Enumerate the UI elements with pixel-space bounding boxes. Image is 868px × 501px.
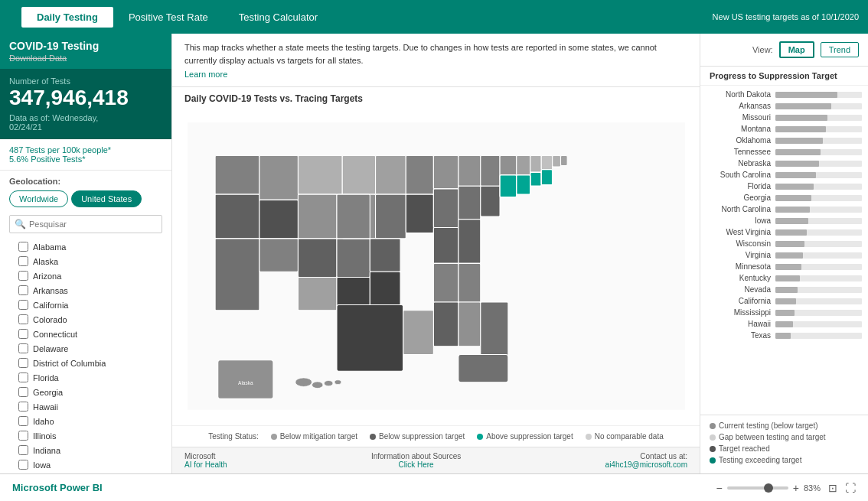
svg-rect-2	[215, 194, 259, 239]
progress-state-name: Iowa	[706, 216, 775, 225]
state-checkbox[interactable]	[18, 314, 28, 324]
state-item[interactable]: Arkansas	[18, 283, 153, 298]
progress-item: Kentucky	[700, 272, 868, 284]
progress-bar-wrap	[775, 333, 862, 339]
progress-legend-item: Gap between testing and target	[710, 433, 859, 441]
footer-center-link[interactable]: Click Here	[399, 460, 434, 469]
state-checkbox[interactable]	[18, 387, 28, 397]
geo-worldwide[interactable]: Worldwide	[9, 190, 68, 207]
svg-rect-47	[337, 305, 403, 372]
state-list: AlabamaAlaskaArizonaArkansasCaliforniaCo…	[9, 239, 162, 473]
footer-right: Contact us at: ai4hc19@microsoft.com	[605, 452, 687, 469]
svg-rect-1	[215, 156, 259, 195]
progress-bar	[775, 103, 831, 109]
fit-screen-button[interactable]: ⊡	[828, 482, 837, 494]
sidebar-download[interactable]: Download Data	[9, 54, 162, 63]
sidebar-stats: Number of Tests 347,946,418 Data as of: …	[0, 69, 171, 139]
svg-rect-30	[458, 220, 480, 264]
progress-state-name: Mississippi	[706, 308, 775, 317]
state-checkbox[interactable]	[18, 242, 28, 252]
state-item[interactable]: Georgia	[18, 385, 153, 399]
state-item[interactable]: District of Columbia	[18, 356, 153, 370]
svg-rect-24	[433, 227, 458, 263]
progress-bar-wrap	[775, 195, 862, 201]
svg-text:Alaska: Alaska	[238, 380, 253, 386]
state-item[interactable]: Indiana	[18, 443, 153, 457]
state-item[interactable]: Connecticut	[18, 327, 153, 341]
progress-item: Montana	[700, 123, 868, 135]
state-checkbox[interactable]	[18, 445, 28, 455]
learn-more-link[interactable]: Learn more	[184, 70, 687, 79]
state-checkbox[interactable]	[18, 431, 28, 441]
progress-state-name: Florida	[706, 182, 775, 190]
search-input[interactable]	[29, 220, 157, 229]
state-checkbox[interactable]	[18, 285, 28, 295]
zoom-out-button[interactable]: −	[716, 482, 723, 494]
footer-email[interactable]: ai4hc19@microsoft.com	[605, 460, 687, 469]
progress-list: North Dakota Arkansas Missouri Montana O…	[700, 86, 868, 415]
powerbi-link[interactable]: Microsoft Power BI	[12, 482, 103, 493]
footer-link[interactable]: AI for Health	[184, 460, 227, 469]
progress-item: Texas	[700, 330, 868, 341]
state-item[interactable]: Illinois	[18, 428, 153, 443]
state-checkbox[interactable]	[18, 256, 28, 266]
svg-rect-27	[403, 311, 433, 355]
progress-legend-item: Current testing (below target)	[710, 421, 859, 430]
progress-bar-wrap	[775, 241, 862, 247]
state-item[interactable]: Alabama	[18, 239, 153, 254]
svg-rect-10	[298, 277, 337, 310]
zoom-slider[interactable]	[727, 486, 788, 490]
view-trend-button[interactable]: Trend	[821, 42, 859, 57]
state-checkbox[interactable]	[18, 460, 28, 470]
progress-bar-wrap	[775, 310, 862, 316]
header-tabs: Daily Testing Positive Test Rate Testing…	[21, 7, 333, 28]
tab-daily-testing[interactable]: Daily Testing	[21, 7, 113, 28]
state-checkbox[interactable]	[18, 271, 28, 281]
tab-positive-test-rate[interactable]: Positive Test Rate	[113, 7, 224, 28]
state-item[interactable]: Alaska	[18, 254, 153, 268]
sidebar-geo: Geolocation: Worldwide United States 🔍 A…	[0, 171, 171, 473]
state-item[interactable]: Hawaii	[18, 399, 153, 414]
state-item[interactable]: California	[18, 298, 153, 312]
legend-below-mitigation: Below mitigation target	[271, 432, 357, 441]
map-legend: Testing Status: Below mitigation target …	[172, 425, 700, 447]
view-map-button[interactable]: Map	[779, 41, 814, 58]
zoom-in-button[interactable]: +	[793, 482, 799, 494]
state-checkbox[interactable]	[18, 416, 28, 426]
progress-state-name: Kentucky	[706, 274, 775, 282]
state-item[interactable]: Iowa	[18, 457, 153, 472]
state-checkbox[interactable]	[18, 329, 28, 339]
svg-rect-19	[370, 239, 400, 272]
svg-rect-49	[217, 360, 272, 399]
stats-number: 347,946,418	[9, 86, 162, 110]
state-item[interactable]: Arizona	[18, 268, 153, 283]
us-map[interactable]: Alaska	[188, 121, 685, 412]
state-checkbox[interactable]	[18, 372, 28, 382]
zoom-thumb	[764, 483, 773, 493]
geo-us[interactable]: United States	[71, 190, 142, 207]
state-checkbox[interactable]	[18, 358, 28, 368]
svg-rect-46	[458, 355, 507, 382]
sidebar-header: COVID-19 Testing Download Data	[0, 34, 171, 69]
right-panel: View: Map Trend Progress to Suppression …	[700, 34, 868, 473]
tab-testing-calculator[interactable]: Testing Calculator	[224, 7, 333, 28]
state-checkbox[interactable]	[18, 300, 28, 310]
svg-rect-40	[560, 156, 567, 166]
progress-item: North Carolina	[700, 203, 868, 215]
legend-dot-nodata	[586, 434, 592, 440]
fullscreen-button[interactable]: ⛶	[845, 482, 856, 494]
progress-item: Mississippi	[700, 307, 868, 318]
progress-state-name: Minnesota	[706, 262, 775, 271]
progress-item: Arkansas	[700, 100, 868, 112]
map-area: This map tracks whether a state meets th…	[172, 34, 700, 473]
state-checkbox[interactable]	[18, 343, 28, 353]
state-checkbox[interactable]	[18, 402, 28, 412]
state-item[interactable]: Idaho	[18, 414, 153, 428]
state-item[interactable]: Delaware	[18, 341, 153, 356]
progress-bar	[775, 333, 791, 339]
progress-state-name: Nebraska	[706, 159, 775, 168]
progress-bar-wrap	[775, 275, 862, 281]
state-item[interactable]: Florida	[18, 370, 153, 385]
svg-rect-7	[259, 239, 298, 272]
state-item[interactable]: Colorado	[18, 312, 153, 327]
